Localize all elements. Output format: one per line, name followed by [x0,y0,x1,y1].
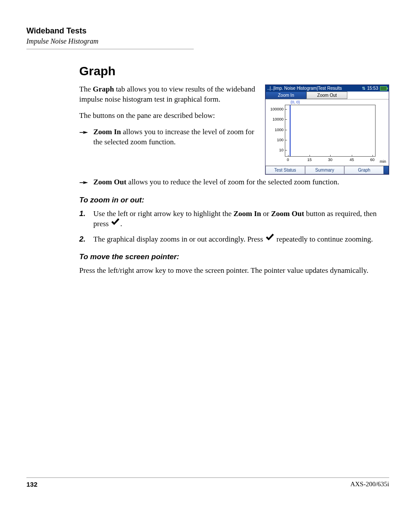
chart-plot-area: (0, 0) 100000 10000 1000 100 10 0 15 30 … [285,105,376,157]
zoom-out-label: Zoom Out [93,178,126,186]
tab-graph[interactable]: Graph [344,166,383,174]
text: The graphical display zooms in or out ac… [93,235,265,243]
tab-test-status[interactable]: Test Status [265,166,305,174]
chart-cursor-line [290,105,291,156]
device-title-text: ..|..|Imp. Noise Histogram|Test Results [267,86,342,91]
device-chart: (0, 0) 100000 10000 1000 100 10 0 15 30 … [265,99,389,165]
zoom-out-bold: Zoom Out [271,209,304,218]
y-tick: 10000 [273,117,285,121]
device-titlebar: ..|..|Imp. Noise Histogram|Test Results … [265,85,389,92]
x-tick: 30 [328,156,332,162]
step-marker: 2. [79,235,91,245]
x-tick: 45 [350,156,354,162]
intro-text-column: The Graph tab allows you to view results… [79,84,257,152]
header-rule [26,49,194,49]
x-axis-unit: min [379,159,386,164]
text: The [79,85,93,93]
check-icon [265,234,275,245]
step-body: The graphical display zooms in or out ac… [93,235,389,246]
step-body: Use the left or right arrow key to highl… [93,209,389,230]
y-tick: 100 [277,138,285,142]
section-title: Graph [79,64,389,78]
intro-paragraph-1: The Graph tab allows you to view results… [79,84,257,105]
model-number: AXS-200/635i [350,481,389,488]
arrow-icon [79,128,90,139]
text: allows you to reduce the level of zoom f… [126,178,339,186]
device-tab-bar: Test Status Summary Graph [265,165,389,174]
pointer-text: Press the left/right arrow key to move t… [79,266,389,276]
step-1: 1. Use the left or right arrow key to hi… [79,209,389,230]
y-tick: 1000 [275,128,285,132]
intro-paragraph-2: The buttons on the pane are described be… [79,111,257,121]
y-tick: 10 [279,148,285,152]
zoom-out-button[interactable]: Zoom Out [306,92,347,99]
step-marker: 1. [79,209,91,219]
footer-rule [26,477,389,478]
tab-active-indicator [383,166,389,174]
bullet-body: Zoom In allows you to increase the level… [93,127,257,147]
bullet-zoom-in: Zoom In allows you to increase the level… [79,127,257,147]
page-header: Wideband Tests Impulse Noise Histogram [26,26,389,49]
signal-icon: ⇅ [362,86,365,91]
check-icon [111,218,120,229]
device-screenshot: ..|..|Imp. Noise Histogram|Test Results … [265,84,389,175]
tab-summary[interactable]: Summary [305,166,345,174]
x-tick: 0 [287,156,289,162]
arrow-icon [79,179,90,189]
procedure-heading-zoom: To zoom in or out: [79,196,389,205]
toolbar-spacer [347,92,388,99]
chart-cursor-label: (0, 0) [291,100,300,104]
content-area: The Graph tab allows you to view results… [79,84,389,276]
x-tick: 15 [307,156,312,162]
text: or [261,209,271,218]
step-2: 2. The graphical display zooms in or out… [79,235,389,246]
procedure-heading-pointer: To move the screen pointer: [79,253,389,261]
header-title: Wideband Tests [26,26,389,36]
x-tick: 60 [370,156,375,162]
zoom-in-label: Zoom In [93,128,121,136]
zoom-in-bold: Zoom In [233,209,261,218]
text: . [120,220,122,228]
y-tick: 100000 [270,107,285,111]
graph-label-bold: Graph [93,85,114,93]
text: Use the left or right arrow key to highl… [93,209,233,218]
bullet-body: Zoom Out allows you to reduce the level … [93,177,389,187]
header-subtitle: Impulse Noise Histogram [26,37,389,45]
device-time: 15:53 [367,86,378,91]
page-footer: 132 AXS-200/635i [26,477,389,488]
device-toolbar: Zoom In Zoom Out [265,92,389,99]
page-number: 132 [26,481,37,488]
bullet-zoom-out: Zoom Out allows you to reduce the level … [79,177,389,189]
battery-icon [380,86,387,91]
text: repeatedly to continue zooming. [275,235,373,243]
zoom-in-button[interactable]: Zoom In [265,92,306,99]
bullet-list: Zoom In allows you to increase the level… [79,127,257,147]
